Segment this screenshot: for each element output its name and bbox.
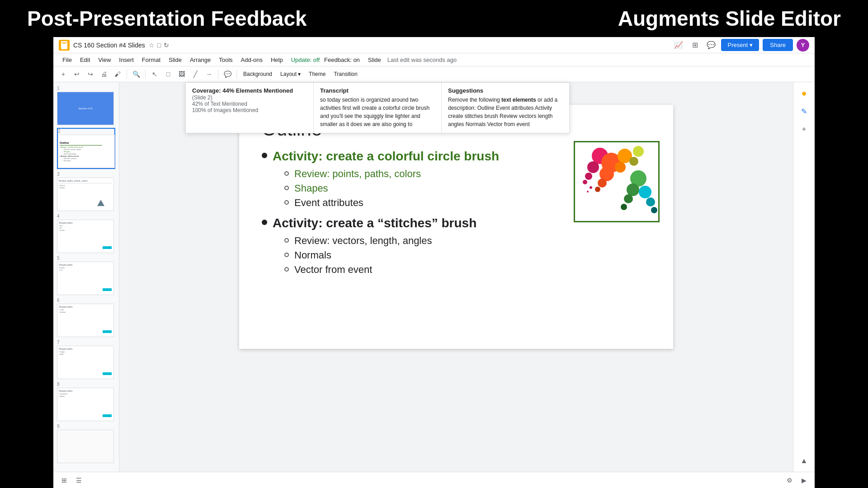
slides-logo-inner (61, 41, 67, 49)
title-icons: ☆ □ ↻ (149, 42, 169, 49)
menu-arrange[interactable]: Arrange (186, 56, 214, 64)
slide-thumb-6[interactable]: 6 Shapes paths • code • canvas (57, 298, 115, 337)
toolbar-line[interactable]: ╱ (189, 68, 202, 80)
menu-format[interactable]: Format (138, 56, 164, 64)
slide-image (574, 141, 660, 222)
slide-menu[interactable]: Slide (364, 56, 385, 64)
circles-svg (575, 142, 658, 221)
coverage-title: Coverage: 44% Elements Mentioned (Slide … (192, 87, 307, 101)
bullet-1-sub3-text: Event attributes (294, 197, 363, 209)
transcript-section: Transcript so today section is organized… (314, 83, 442, 133)
toolbar-print[interactable]: 🖨 (98, 68, 110, 80)
comments-icon[interactable]: 💬 (705, 39, 717, 52)
toolbar-shape[interactable]: □ (162, 68, 175, 80)
toolbar-undo[interactable]: ↩ (71, 68, 83, 80)
doc-title: CS 160 Section #4 Slides (73, 42, 145, 49)
present-arrow: ▾ (750, 42, 753, 48)
toolbar-comment[interactable]: 💬 (221, 68, 234, 80)
bullet-1-sub1-circle (284, 171, 289, 176)
bullet-2-text: Activity: create a “stitches” brush (273, 216, 476, 230)
svg-point-11 (629, 157, 638, 166)
folder-icon[interactable]: □ (157, 42, 161, 49)
header-title: Post-Presentation Feedback (27, 6, 307, 31)
bullet-2-sub2: Normals (284, 249, 651, 261)
transcript-body: so today section is organized around two… (320, 96, 435, 128)
slide-thumb-3[interactable]: 3 Review: paths, points, colors • Points… (57, 172, 115, 211)
bullet-2-sub1: Review: vectors, length, angles (284, 235, 651, 247)
list-view-icon[interactable]: ☰ (73, 475, 84, 486)
slide-thumb-5[interactable]: 5 Shapes paths • bezier • arc (57, 256, 115, 295)
share-button[interactable]: Share (763, 39, 793, 51)
toolbar-paint[interactable]: 🖌 (111, 68, 124, 80)
present-button[interactable]: Present ▾ (721, 39, 759, 51)
slide-thumb-1[interactable]: 1 Section #12 (57, 86, 115, 125)
toolbar-add[interactable]: + (57, 68, 70, 80)
toolbar-zoom[interactable]: 🔍 (130, 68, 142, 80)
slide-panel: 1 Section #12 2 Outline • Activity: colo… (53, 82, 119, 472)
toolbar-img[interactable]: 🖼 (175, 68, 188, 80)
svg-point-2 (585, 173, 592, 180)
right-panel: ● ✎ + ▲ (793, 82, 815, 472)
toolbar-redo[interactable]: ↪ (84, 68, 97, 80)
svg-point-17 (646, 197, 655, 206)
bullet-2-sub3: Vector from event (284, 264, 651, 276)
coverage-section: Coverage: 44% Elements Mentioned (Slide … (186, 83, 314, 133)
bullet-1-sub3-circle (284, 200, 289, 205)
grid-view-icon[interactable]: ⊞ (59, 475, 70, 486)
menu-tools[interactable]: Tools (215, 56, 236, 64)
bullet-1-sub2-text: Shapes (294, 183, 328, 194)
suggestions-section: Suggestions Remove the following text el… (442, 83, 569, 133)
slide-thumb-9[interactable]: 9 (57, 424, 115, 463)
analytics-icon[interactable]: 📈 (672, 39, 685, 52)
feedback-status[interactable]: Feedback: on (321, 56, 363, 64)
menu-view[interactable]: View (94, 56, 114, 64)
transition-btn[interactable]: Transition (330, 70, 361, 78)
right-panel-icon-3[interactable]: + (797, 122, 811, 136)
slides-window: CS 160 Section #4 Slides ☆ □ ↻ 📈 ⊞ 💬 Pre… (53, 37, 815, 488)
present-label: Present (727, 42, 748, 48)
right-panel-collapse[interactable]: ▲ (797, 454, 811, 468)
next-icon[interactable]: ▶ (798, 475, 809, 486)
svg-point-7 (595, 187, 600, 192)
bullet-1-dot (262, 153, 267, 158)
svg-point-9 (615, 162, 626, 173)
theme-btn[interactable]: Theme (305, 70, 329, 78)
slide-thumb-7[interactable]: 7 Shapes paths • shape • path (57, 340, 115, 379)
slide-thumb-4[interactable]: 4 Shapes paths • line • fill • stroke (57, 214, 115, 253)
bullet-2-sub2-text: Normals (294, 249, 331, 261)
grid-icon[interactable]: ⊞ (689, 39, 701, 52)
suggestions-title: Suggestions (448, 87, 563, 94)
right-panel-icon-1[interactable]: ● (797, 86, 811, 100)
layout-btn[interactable]: Layout ▾ (277, 70, 304, 78)
bullet-2-sub2-circle (284, 253, 289, 257)
background-btn[interactable]: Background (240, 70, 276, 78)
menu-file[interactable]: File (59, 56, 75, 64)
toolbar: + ↩ ↪ 🖨 🖌 🔍 ↖ □ 🖼 ╱ → 💬 Background Layou… (53, 66, 815, 82)
svg-point-1 (587, 161, 599, 173)
refresh-icon[interactable]: ↻ (164, 42, 169, 49)
slide-thumb-8[interactable]: 8 Shapes paths • transform • group (57, 382, 115, 421)
last-edit: Last edit was seconds ago (387, 56, 457, 63)
right-panel-icon-2[interactable]: ✎ (797, 104, 811, 118)
images-mentioned: 100% of Images Mentioned (192, 107, 307, 113)
star-icon[interactable]: ☆ (149, 42, 155, 49)
settings-icon[interactable]: ⚙ (784, 475, 795, 486)
feedback-popup: Coverage: 44% Elements Mentioned (Slide … (185, 82, 570, 133)
update-status[interactable]: Update: off (291, 56, 320, 63)
toolbar-arrow[interactable]: → (203, 68, 215, 80)
menu-edit[interactable]: Edit (76, 56, 94, 64)
svg-point-13 (627, 183, 639, 196)
slide-thumb-2[interactable]: 2 Outline • Activity: colorful circle br… (57, 128, 115, 169)
toolbar-cursor[interactable]: ↖ (148, 68, 161, 80)
menu-insert[interactable]: Insert (115, 56, 137, 64)
user-avatar[interactable]: Y (797, 39, 809, 52)
svg-point-10 (633, 146, 644, 157)
menu-addons[interactable]: Add-ons (237, 56, 266, 64)
sep3 (218, 70, 218, 79)
menu-slide[interactable]: Slide (165, 56, 185, 64)
suggestions-body: Remove the following text elements or ad… (448, 96, 563, 128)
slide-canvas-area: Coverage: 44% Elements Mentioned (Slide … (119, 82, 793, 472)
bullet-2-dot (262, 220, 267, 225)
svg-point-14 (624, 194, 633, 203)
menu-help[interactable]: Help (267, 56, 287, 64)
